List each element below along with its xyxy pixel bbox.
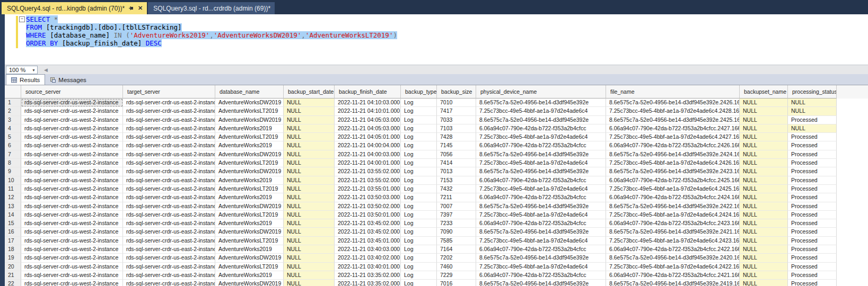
grid-cell[interactable]: AdventureWorks2019	[215, 141, 284, 150]
grid-cell[interactable]: 7.25c73bcc-49e5-4bbf-ae1a-97d2e4ade6c4.2…	[606, 237, 740, 245]
grid-cell[interactable]: rds-sql-server-crdr-us-west-2-instance	[21, 245, 123, 254]
grid-cell[interactable]: AdventureWorksDW2019	[215, 99, 284, 107]
grid-cell[interactable]: Log	[401, 141, 437, 150]
grid-cell[interactable]: Processed	[788, 228, 837, 236]
grid-cell[interactable]: Processed	[788, 185, 837, 193]
grid-cell[interactable]: 2022-11-21 03:40:03.000	[335, 245, 401, 254]
grid-cell[interactable]: 8.6e575c7a-52e0-4956-be14-d3df945e392e	[476, 254, 606, 262]
grid-cell[interactable]: Processed	[788, 219, 837, 228]
grid-cell[interactable]: NULL	[284, 211, 335, 219]
grid-cell[interactable]: 8.6e575c7a-52e0-4956-be14-d3df945e392e.2…	[606, 280, 740, 286]
grid-cell[interactable]: NULL	[740, 99, 788, 107]
grid-cell[interactable]: 7229	[437, 271, 476, 280]
grid-cell[interactable]: Processed	[788, 176, 837, 185]
grid-cell[interactable]: rds-sql-server-crdr-us-east-2-instance	[123, 219, 215, 228]
grid-cell[interactable]: Log	[401, 185, 437, 193]
grid-cell[interactable]: 8.6e575c7a-52e0-4956-be14-d3df945e392e.2…	[606, 150, 740, 159]
row-number[interactable]: 14	[5, 211, 21, 219]
grid-cell[interactable]: Log	[401, 116, 437, 124]
row-number[interactable]: 15	[5, 219, 21, 228]
grid-cell[interactable]: 6.06a94c07-790e-42da-b722-f353a2b4cfcc.2…	[606, 124, 740, 133]
grid-cell[interactable]: 2022-11-21 03:40:02.000	[335, 254, 401, 262]
grid-cell[interactable]: 6.06a94c07-790e-42da-b722-f353a2b4cfcc.2…	[606, 245, 740, 254]
grid-cell[interactable]: 2022-11-21 04:00:01.000	[335, 159, 401, 167]
grid-cell[interactable]: NULL	[740, 185, 788, 193]
grid-cell[interactable]: Log	[401, 133, 437, 141]
grid-cell[interactable]: 6.06a94c07-790e-42da-b722-f353a2b4cfcc	[476, 271, 606, 280]
grid-cell[interactable]: Processed	[788, 133, 837, 141]
grid-cell[interactable]: Processed	[788, 167, 837, 176]
grid-cell[interactable]: rds-sql-server-crdr-us-east-2-instance	[123, 124, 215, 133]
grid-cell[interactable]: 2022-11-21 04:10:03.000	[335, 99, 401, 107]
tab-sqlquery4[interactable]: SQLQuery4.sql - rd...kingdb (admin (70))…	[2, 2, 147, 14]
grid-cell[interactable]: AdventureWorksDW2019	[215, 280, 284, 286]
grid-cell[interactable]: AdventureWorksLT2019	[215, 263, 284, 271]
grid-cell[interactable]: Processed	[788, 245, 837, 254]
grid-cell[interactable]: NULL	[284, 141, 335, 150]
grid-cell[interactable]: rds-sql-server-crdr-us-west-2-instance	[21, 263, 123, 271]
grid-cell[interactable]: NULL	[740, 141, 788, 150]
row-number[interactable]: 21	[5, 271, 21, 280]
row-number[interactable]: 7	[5, 150, 21, 159]
grid-cell[interactable]: Processed	[788, 159, 837, 167]
row-number[interactable]: 4	[5, 124, 21, 133]
grid-cell[interactable]: 7.25c73bcc-49e5-4bbf-ae1a-97d2e4ade6c4	[476, 159, 606, 167]
grid-cell[interactable]: AdventureWorks2019	[215, 176, 284, 185]
grid-cell[interactable]: rds-sql-server-crdr-us-west-2-instance	[21, 150, 123, 159]
grid-cell[interactable]: 2022-11-21 03:50:03.000	[335, 193, 401, 202]
grid-cell[interactable]: 7233	[437, 219, 476, 228]
grid-cell[interactable]: 2022-11-21 03:45:02.000	[335, 228, 401, 236]
tab-sqlquery3[interactable]: SQLQuery3.sql - rd...crdrdb (admin (69))…	[148, 2, 275, 14]
row-number[interactable]: 10	[5, 176, 21, 185]
grid-cell[interactable]: 7211	[437, 193, 476, 202]
grid-cell[interactable]: 7.25c73bcc-49e5-4bbf-ae1a-97d2e4ade6c4.2…	[606, 263, 740, 271]
grid-cell[interactable]: 7432	[437, 185, 476, 193]
grid-cell[interactable]: rds-sql-server-crdr-us-east-2-instance	[123, 271, 215, 280]
grid-cell[interactable]: 8.6e575c7a-52e0-4956-be14-d3df945e392e	[476, 167, 606, 176]
grid-cell[interactable]: rds-sql-server-crdr-us-east-2-instance	[123, 254, 215, 262]
grid-cell[interactable]: 7585	[437, 237, 476, 245]
grid-cell[interactable]: Processed	[788, 193, 837, 202]
grid-cell[interactable]: Processed	[788, 254, 837, 262]
grid-cell[interactable]: 6.06a94c07-790e-42da-b722-f353a2b4cfcc	[476, 176, 606, 185]
grid-cell[interactable]: 7.25c73bcc-49e5-4bbf-ae1a-97d2e4ade6c4	[476, 107, 606, 115]
grid-cell[interactable]: NULL	[740, 107, 788, 115]
grid-cell[interactable]: rds-sql-server-crdr-us-east-2-instance	[123, 133, 215, 141]
grid-cell[interactable]: 2022-11-21 03:35:02.000	[335, 280, 401, 286]
grid-cell[interactable]: NULL	[788, 124, 837, 133]
grid-cell[interactable]: 8.6e575c7a-52e0-4956-be14-d3df945e392e.2…	[606, 116, 740, 124]
grid-header-file_name[interactable]: file_name	[606, 85, 740, 99]
grid-cell[interactable]: 7414	[437, 159, 476, 167]
grid-cell[interactable]: NULL	[284, 99, 335, 107]
grid-cell[interactable]: 7.25c73bcc-49e5-4bbf-ae1a-97d2e4ade6c4.2…	[606, 185, 740, 193]
row-number[interactable]: 6	[5, 141, 21, 150]
grid-cell[interactable]: 8.6e575c7a-52e0-4956-be14-d3df945e392e.2…	[606, 228, 740, 236]
grid-cell[interactable]: rds-sql-server-crdr-us-west-2-instance	[21, 237, 123, 245]
grid-cell[interactable]: NULL	[740, 211, 788, 219]
grid-cell[interactable]: AdventureWorksDW2019	[215, 202, 284, 211]
grid-cell[interactable]: rds-sql-server-crdr-us-west-2-instance	[21, 176, 123, 185]
grid-cell[interactable]: NULL	[740, 254, 788, 262]
grid-cell[interactable]: NULL	[284, 159, 335, 167]
grid-cell[interactable]: 6.06a94c07-790e-42da-b722-f353a2b4cfcc	[476, 124, 606, 133]
row-number[interactable]: 3	[5, 116, 21, 124]
grid-cell[interactable]: rds-sql-server-crdr-us-west-2-instance	[21, 185, 123, 193]
row-number[interactable]: 8	[5, 159, 21, 167]
row-number[interactable]: 22	[5, 280, 21, 286]
grid-cell[interactable]: AdventureWorksDW2019	[215, 150, 284, 159]
grid-cell[interactable]: 7056	[437, 150, 476, 159]
grid-cell[interactable]: rds-sql-server-crdr-us-east-2-instance	[123, 159, 215, 167]
grid-cell[interactable]: rds-sql-server-crdr-us-west-2-instance	[21, 211, 123, 219]
grid-cell[interactable]: 7090	[437, 228, 476, 236]
grid-cell[interactable]: 7.25c73bcc-49e5-4bbf-ae1a-97d2e4ade6c4.2…	[606, 211, 740, 219]
grid-cell[interactable]: rds-sql-server-crdr-us-east-2-instance	[123, 185, 215, 193]
grid-cell[interactable]: rds-sql-server-crdr-us-east-2-instance	[123, 237, 215, 245]
grid-cell[interactable]: Log	[401, 124, 437, 133]
grid-cell[interactable]: 7417	[437, 107, 476, 115]
grid-cell[interactable]: Log	[401, 263, 437, 271]
grid-cell[interactable]: NULL	[740, 167, 788, 176]
grid-cell[interactable]: NULL	[740, 219, 788, 228]
grid-cell[interactable]: NULL	[284, 176, 335, 185]
grid-cell[interactable]: 2022-11-21 03:55:01.000	[335, 185, 401, 193]
grid-cell[interactable]: rds-sql-server-crdr-us-west-2-instance	[21, 124, 123, 133]
